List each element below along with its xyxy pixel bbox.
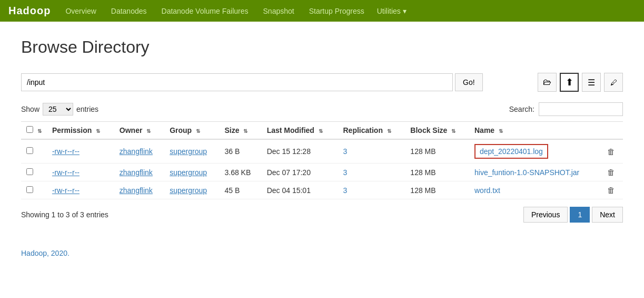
settings-action-button[interactable]: 🖊 (604, 73, 623, 92)
show-entries-control: Show 10 25 50 100 entries (21, 103, 98, 116)
sort-icon-checkbox[interactable]: ⇅ (37, 128, 42, 134)
row-last-modified: Dec 04 15:01 (262, 181, 338, 199)
path-input[interactable] (21, 73, 453, 91)
nav-datanode-volume-failures[interactable]: Datanode Volume Failures (160, 2, 251, 21)
nav-startup-progress[interactable]: Startup Progress (307, 2, 366, 21)
row-checkbox[interactable] (26, 147, 33, 154)
owner-link[interactable]: zhangflink (120, 186, 153, 195)
nav-snapshot[interactable]: Snapshot (261, 2, 296, 21)
sort-icon-owner[interactable]: ⇅ (146, 128, 151, 134)
row-name: hive_funtion-1.0-SNAPSHOT.jar (469, 164, 602, 181)
header-last-modified: Last Modified ⇅ (262, 122, 338, 140)
delete-button[interactable]: 🗑 (607, 186, 615, 195)
page-footer: Hadoop, 2020. (0, 249, 644, 268)
owner-link[interactable]: zhangflink (120, 168, 153, 177)
row-owner: zhangflink (114, 181, 164, 199)
folder-action-button[interactable]: 🗁 (538, 73, 557, 92)
table-footer: Showing 1 to 3 of 3 entries Previous 1 N… (21, 207, 623, 223)
entries-select[interactable]: 10 25 50 100 (43, 103, 73, 116)
group-link[interactable]: supergroup (170, 168, 207, 177)
file-name-link[interactable]: word.txt (474, 186, 500, 195)
row-owner: zhangflink (114, 139, 164, 164)
sort-icon-last-modified[interactable]: ⇅ (319, 128, 323, 134)
upload-action-button[interactable]: ⬆ (560, 73, 579, 92)
row-replication: 3 (338, 139, 405, 164)
sort-icon-block-size[interactable]: ⇅ (451, 128, 455, 134)
row-checkbox[interactable] (26, 186, 33, 193)
table-row: -rw-r--r-- zhangflink supergroup 45 B De… (21, 181, 623, 199)
showing-text: Showing 1 to 3 of 3 entries (21, 210, 108, 219)
row-name: dept_20220401.log (469, 139, 602, 164)
table-header-row: ⇅ Permission ⇅ Owner ⇅ Group ⇅ Size ⇅ (21, 122, 623, 140)
path-bar: Go! 🗁 ⬆ ☰ 🖊 (21, 73, 623, 92)
next-button[interactable]: Next (592, 207, 623, 223)
nav-utilities[interactable]: Utilities ▾ (377, 7, 409, 15)
list-action-button[interactable]: ☰ (582, 73, 601, 92)
pagination: Previous 1 Next (523, 207, 623, 223)
row-last-modified: Dec 07 17:20 (262, 164, 338, 181)
sort-icon-replication[interactable]: ⇅ (387, 128, 391, 134)
permission-link[interactable]: -rw-r--r-- (52, 186, 80, 195)
row-replication: 3 (338, 181, 405, 199)
replication-link[interactable]: 3 (343, 147, 347, 156)
nav-overview[interactable]: Overview (63, 2, 98, 21)
row-block-size: 128 MB (405, 164, 469, 181)
file-name-link[interactable]: dept_20220401.log (474, 144, 548, 159)
file-table: ⇅ Permission ⇅ Owner ⇅ Group ⇅ Size ⇅ (21, 121, 623, 199)
row-name: word.txt (469, 181, 602, 199)
search-input[interactable] (539, 102, 623, 116)
group-link[interactable]: supergroup (170, 186, 207, 195)
sort-icon-permission[interactable]: ⇅ (96, 128, 100, 134)
row-group: supergroup (164, 164, 219, 181)
show-label: Show (21, 105, 39, 113)
previous-button[interactable]: Previous (523, 207, 568, 223)
header-block-size: Block Size ⇅ (405, 122, 469, 140)
page-title: Browse Directory (21, 37, 623, 57)
sort-icon-group[interactable]: ⇅ (196, 128, 200, 134)
footer-text: Hadoop, 2020. (21, 249, 70, 257)
list-icon: ☰ (588, 78, 595, 88)
path-actions: 🗁 ⬆ ☰ 🖊 (538, 73, 623, 92)
row-delete-cell: 🗑 (602, 181, 623, 199)
folder-icon: 🗁 (543, 78, 551, 87)
row-checkbox[interactable] (26, 168, 33, 175)
search-wrap: Search: (509, 102, 623, 116)
row-size: 3.68 KB (219, 164, 261, 181)
table-row: -rw-r--r-- zhangflink supergroup 36 B De… (21, 139, 623, 164)
row-permission: -rw-r--r-- (47, 139, 114, 164)
navbar: Hadoop Overview Datanodes Datanode Volum… (0, 0, 644, 22)
replication-link[interactable]: 3 (343, 186, 347, 195)
sort-icon-name[interactable]: ⇅ (499, 128, 503, 134)
row-delete-cell: 🗑 (602, 164, 623, 181)
row-group: supergroup (164, 181, 219, 199)
delete-button[interactable]: 🗑 (607, 168, 615, 177)
permission-link[interactable]: -rw-r--r-- (52, 168, 80, 177)
entries-label: entries (76, 105, 98, 113)
header-replication: Replication ⇅ (338, 122, 405, 140)
owner-link[interactable]: zhangflink (120, 147, 153, 156)
replication-link[interactable]: 3 (343, 168, 347, 177)
page-1-button[interactable]: 1 (570, 207, 590, 223)
delete-button[interactable]: 🗑 (607, 147, 615, 156)
header-name: Name ⇅ (469, 122, 602, 140)
sort-icon-size[interactable]: ⇅ (243, 128, 247, 134)
row-size: 45 B (219, 181, 261, 199)
file-name-link[interactable]: hive_funtion-1.0-SNAPSHOT.jar (474, 168, 579, 177)
go-button[interactable]: Go! (455, 73, 483, 91)
row-size: 36 B (219, 139, 261, 164)
header-size: Size ⇅ (219, 122, 261, 140)
row-replication: 3 (338, 164, 405, 181)
row-owner: zhangflink (114, 164, 164, 181)
search-label: Search: (509, 105, 534, 113)
header-group: Group ⇅ (164, 122, 219, 140)
permission-link[interactable]: -rw-r--r-- (52, 147, 80, 156)
group-link[interactable]: supergroup (170, 147, 207, 156)
row-block-size: 128 MB (405, 139, 469, 164)
row-permission: -rw-r--r-- (47, 181, 114, 199)
utilities-label: Utilities (377, 7, 401, 15)
select-all-checkbox[interactable] (26, 126, 33, 133)
table-row: -rw-r--r-- zhangflink supergroup 3.68 KB… (21, 164, 623, 181)
row-last-modified: Dec 15 12:28 (262, 139, 338, 164)
nav-datanodes[interactable]: Datanodes (109, 2, 149, 21)
chevron-down-icon: ▾ (403, 7, 407, 15)
